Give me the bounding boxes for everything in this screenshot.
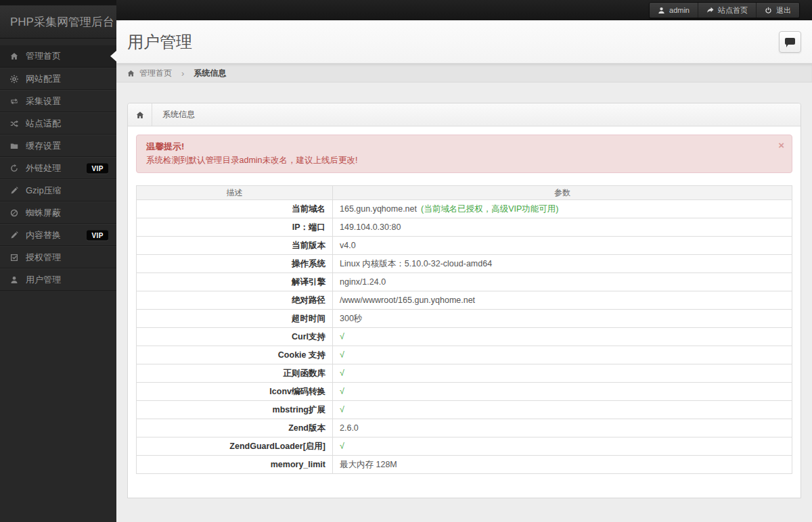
row-label: Cookie 支持 bbox=[137, 346, 333, 364]
active-item-arrow bbox=[110, 51, 116, 62]
home-icon[interactable] bbox=[128, 103, 152, 126]
sidebar-item-0[interactable]: 管理首页 bbox=[0, 45, 116, 68]
row-value: √ bbox=[333, 437, 792, 456]
row-value: √ bbox=[333, 364, 792, 383]
row-value: √ bbox=[333, 346, 792, 364]
system-info-table: 描述 参数 当前域名165.gun.yqhome.net(当前域名已授权，高级V… bbox=[136, 185, 792, 474]
row-value: v4.0 bbox=[333, 237, 792, 255]
row-label: memory_limit bbox=[137, 456, 333, 474]
table-row: 当前版本v4.0 bbox=[137, 237, 792, 255]
sidebar-item-2[interactable]: 采集设置 bbox=[0, 90, 116, 112]
panel-body: 温馨提示! 系统检测到默认管理目录admin未改名，建议上线后更改! × 描述 … bbox=[128, 126, 800, 482]
sidebar-item-7[interactable]: 蜘蛛屏蔽 bbox=[0, 201, 116, 224]
alert-message: 系统检测到默认管理目录admin未改名，建议上线后更改! bbox=[146, 155, 770, 166]
row-value: 2.6.0 bbox=[333, 419, 792, 437]
license-icon bbox=[10, 254, 20, 262]
alert-title: 温馨提示! bbox=[146, 141, 770, 153]
sidebar-item-label: 缓存设置 bbox=[26, 140, 61, 152]
row-label: 当前域名 bbox=[137, 200, 333, 218]
close-icon[interactable]: × bbox=[778, 140, 784, 150]
sidebar-item-6[interactable]: Gzip压缩 bbox=[0, 179, 116, 201]
sidebar-item-3[interactable]: 站点适配 bbox=[0, 112, 116, 135]
table-row: ZendGuardLoader[启用]√ bbox=[137, 437, 792, 456]
gear-icon bbox=[10, 75, 20, 83]
sidebar-item-10[interactable]: 用户管理 bbox=[0, 268, 116, 291]
folder-icon bbox=[10, 142, 20, 150]
row-label: 当前版本 bbox=[137, 237, 333, 255]
row-value: 300秒 bbox=[333, 310, 792, 328]
row-value: 165.gun.yqhome.net(当前域名已授权，高级VIP功能可用) bbox=[333, 200, 792, 218]
content-area: 系统信息 温馨提示! 系统检测到默认管理目录admin未改名，建议上线后更改! … bbox=[116, 82, 812, 522]
table-row: 解译引擎nginx/1.24.0 bbox=[137, 273, 792, 291]
home-icon bbox=[127, 70, 135, 77]
sidebar-item-label: 网站配置 bbox=[26, 73, 61, 85]
table-row: 超时时间300秒 bbox=[137, 310, 792, 328]
topbar-button-0[interactable]: admin bbox=[650, 3, 698, 18]
row-label: 解译引擎 bbox=[137, 273, 333, 291]
row-value: nginx/1.24.0 bbox=[333, 273, 792, 291]
collect-icon bbox=[10, 97, 20, 105]
column-header-description: 描述 bbox=[137, 186, 333, 200]
panel-header: 系统信息 bbox=[128, 103, 800, 126]
row-value: √ bbox=[333, 401, 792, 419]
row-label: 超时时间 bbox=[137, 310, 333, 328]
sidebar-item-label: 外链处理 bbox=[26, 162, 61, 174]
table-row: Cookie 支持√ bbox=[137, 346, 792, 364]
topbar: admin站点首页退出 bbox=[116, 0, 812, 20]
row-label: 操作系统 bbox=[137, 255, 333, 273]
row-label: ZendGuardLoader[启用] bbox=[137, 437, 333, 456]
home-icon bbox=[10, 52, 20, 60]
table-row: 绝对路径/www/wwwroot/165.gun.yqhome.net bbox=[137, 291, 792, 310]
row-label: Iconv编码转换 bbox=[137, 383, 333, 401]
spider-block-icon bbox=[10, 209, 20, 217]
breadcrumb-home-link[interactable]: 管理首页 bbox=[139, 68, 172, 79]
row-value: /www/wwwroot/165.gun.yqhome.net bbox=[333, 291, 792, 310]
table-row: 操作系统Linux 内核版本：5.10.0-32-cloud-amd64 bbox=[137, 255, 792, 273]
topbar-button-1[interactable]: 站点首页 bbox=[698, 3, 756, 18]
page-header: 用户管理 bbox=[116, 20, 812, 64]
pencil-icon bbox=[10, 187, 20, 195]
topbar-button-2[interactable]: 退出 bbox=[756, 3, 799, 18]
row-label: Curl支持 bbox=[137, 328, 333, 346]
sidebar-item-4[interactable]: 缓存设置 bbox=[0, 135, 116, 157]
table-row: Zend版本2.6.0 bbox=[137, 419, 792, 437]
topbar-button-group: admin站点首页退出 bbox=[649, 2, 800, 18]
row-value: 最大内存 128M bbox=[333, 456, 792, 474]
row-label: IP：端口 bbox=[137, 218, 333, 237]
row-value: Linux 内核版本：5.10.0-32-cloud-amd64 bbox=[333, 255, 792, 273]
warning-alert: 温馨提示! 系统检测到默认管理目录admin未改名，建议上线后更改! × bbox=[136, 135, 792, 173]
sidebar-item-9[interactable]: 授权管理 bbox=[0, 246, 116, 268]
row-value: √ bbox=[333, 328, 792, 346]
sidebar-item-label: 用户管理 bbox=[26, 274, 61, 286]
app-window: PHP采集网管理后台 管理首页网站配置采集设置站点适配缓存设置外链处理VIPGz… bbox=[0, 0, 812, 522]
topbar-button-label: 站点首页 bbox=[718, 5, 748, 16]
topbar-button-label: 退出 bbox=[776, 5, 791, 16]
sidebar-item-label: 采集设置 bbox=[26, 95, 61, 108]
row-label: 绝对路径 bbox=[137, 291, 333, 310]
user-icon bbox=[658, 7, 665, 14]
table-row: 正则函数库√ bbox=[137, 364, 792, 383]
sidebar-item-label: 管理首页 bbox=[26, 50, 61, 62]
sidebar-item-5[interactable]: 外链处理VIP bbox=[0, 157, 116, 179]
main-area: admin站点首页退出 用户管理 管理首页 › 系统信息 系统信息 温 bbox=[116, 0, 812, 522]
app-logo: PHP采集网管理后台 bbox=[0, 5, 116, 39]
breadcrumb-current: 系统信息 bbox=[194, 68, 226, 79]
refresh-icon bbox=[10, 164, 20, 172]
row-label: Zend版本 bbox=[137, 419, 333, 437]
system-info-panel: 系统信息 温馨提示! 系统检测到默认管理目录admin未改名，建议上线后更改! … bbox=[127, 103, 801, 498]
sidebar-item-label: 授权管理 bbox=[26, 252, 61, 264]
sidebar: PHP采集网管理后台 管理首页网站配置采集设置站点适配缓存设置外链处理VIPGz… bbox=[0, 0, 116, 522]
table-row: 当前域名165.gun.yqhome.net(当前域名已授权，高级VIP功能可用… bbox=[137, 200, 792, 218]
chevron-right-icon: › bbox=[181, 68, 184, 78]
sidebar-item-1[interactable]: 网站配置 bbox=[0, 68, 116, 90]
sidebar-item-8[interactable]: 内容替换VIP bbox=[0, 224, 116, 246]
column-header-parameter: 参数 bbox=[333, 186, 792, 200]
row-value-note: (当前域名已授权，高级VIP功能可用) bbox=[421, 204, 558, 214]
comment-icon bbox=[785, 38, 795, 45]
table-row: mbstring扩展√ bbox=[137, 401, 792, 419]
comment-button[interactable] bbox=[779, 31, 801, 53]
tab-system-info[interactable]: 系统信息 bbox=[152, 103, 205, 126]
table-row: IP：端口149.104.0.30:80 bbox=[137, 218, 792, 237]
shuffle-icon bbox=[10, 120, 20, 128]
table-row: Curl支持√ bbox=[137, 328, 792, 346]
